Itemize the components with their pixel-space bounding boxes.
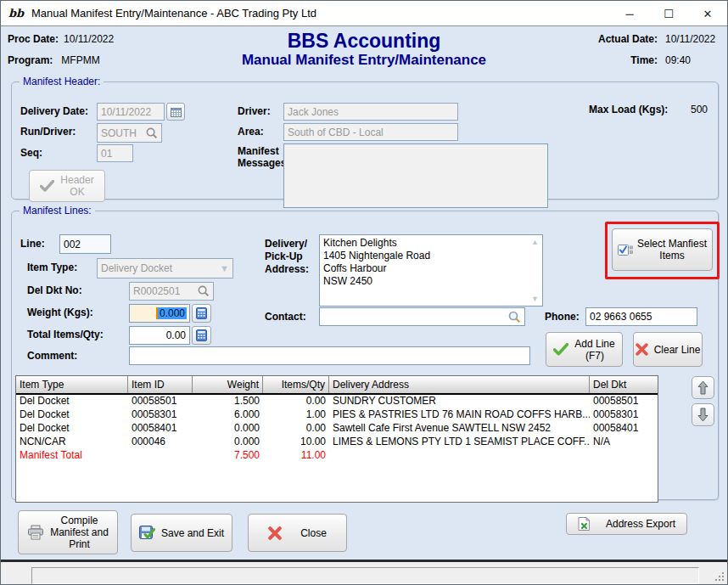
select-manifest-items-label: Select Manfiest Items [637,238,707,262]
header-ok-button[interactable]: Header OK [29,170,105,202]
table-cell: 0.000 [193,422,263,436]
minimize-button[interactable]: ─ [610,1,649,26]
item-type-value: Delivery Docket [101,262,172,274]
table-cell [329,449,590,463]
run-driver-input[interactable]: SOUTH [97,123,162,143]
weight-calculator-button[interactable] [192,304,211,323]
item-type-select[interactable]: Delivery Docket ▼ [97,258,233,278]
table-column-header[interactable]: Del Dkt [590,376,658,393]
add-line-button[interactable]: Add Line (F7) [546,332,623,367]
chevron-down-icon: ▼ [220,263,229,273]
comment-input[interactable] [129,346,530,365]
table-cell: 11.00 [263,449,329,463]
table-row[interactable]: Manifest Total7.50011.00 [16,449,658,463]
status-bar [1,560,727,584]
address-export-label: Address Export [606,518,675,530]
clear-line-button[interactable]: Clear Line [633,332,703,367]
time-label: Time: [586,54,658,66]
compile-manifest-print-button[interactable]: Compile Manifest and Print [18,510,118,554]
contact-label: Contact: [265,311,306,323]
del-dkt-no-input[interactable]: R0002501 [129,282,214,301]
compile-manifest-print-label: Compile Manifest and Print [50,515,109,550]
seq-label: Seq: [20,147,42,159]
move-row-up-button[interactable] [692,376,714,399]
driver-input[interactable] [283,103,458,121]
run-driver-value: SOUTH [101,127,137,139]
arrow-down-icon [697,408,708,422]
delivery-date-input[interactable] [97,103,165,121]
actual-date-value: 10/11/2022 [665,33,715,45]
table-cell: 00058401 [128,422,193,436]
status-field [31,567,699,584]
del-dkt-no-value: R0002501 [133,285,180,297]
area-label: Area: [238,126,264,138]
address-export-button[interactable]: Address Export [566,513,687,535]
manifest-lines-legend: Manifest Lines: [20,205,95,217]
actual-date-label: Actual Date: [586,33,658,45]
add-line-label: Add Line (F7) [574,338,614,362]
resize-grip[interactable] [715,572,724,581]
table-cell: Del Docket [16,395,128,408]
area-input[interactable] [283,123,458,141]
save-icon [139,526,155,541]
table-cell: 00058301 [128,408,193,422]
table-cell: 1.00 [263,408,329,422]
table-cell [590,449,658,463]
export-file-icon [578,517,591,531]
table-column-header[interactable]: Item Type [16,376,128,393]
calculator-icon [196,307,207,319]
max-load-value: 500 [674,104,708,115]
table-row[interactable]: NCN/CAR0000460.00010.00LIMES & LEMONS PT… [16,436,658,449]
table-cell: 000046 [128,436,193,449]
table-column-header[interactable]: Weight [193,376,263,393]
table-column-header[interactable]: Delivery Address [329,376,590,393]
table-cell: LIMES & LEMONS PTY LTD 1 SEAMIST PLACE C… [329,436,590,449]
app-logo-icon: bb [8,5,25,22]
window-title: Manual Manifest Entry/Maintenance - ABC … [31,7,316,20]
table-cell: 7.500 [193,449,263,463]
table-row[interactable]: Del Docket000584010.0000.00Sawtell Cafe … [16,422,658,436]
table-row[interactable]: Del Docket000585011.5000.00SUNDRY CUSTOM… [16,395,658,408]
table-cell: Del Docket [16,422,128,436]
table-column-header[interactable]: Item ID [128,376,193,393]
table-cell: N/A [590,436,658,449]
phone-input[interactable] [585,307,697,326]
manifest-messages-label: Manifest Messages: [238,145,289,169]
close-button[interactable]: Close [248,514,347,552]
weight-input[interactable]: 0.000 [129,304,190,323]
driver-label: Driver: [238,105,271,117]
delivery-address-textarea[interactable]: Kitchen Delights 1405 Nightengale Road C… [319,234,543,307]
table-cell: 00058501 [128,395,193,408]
table-cell: 00058301 [590,408,658,422]
table-cell: Sawtell Cafe First Avenue SAWTELL NSW 24… [329,422,590,436]
total-items-input[interactable] [129,326,190,345]
checklist-icon [618,244,633,256]
arrow-up-icon [697,380,708,395]
calendar-button[interactable] [166,103,185,121]
line-input[interactable] [59,234,111,254]
green-check-icon [553,343,568,356]
app-window: bb Manual Manifest Entry/Maintenance - A… [0,0,728,585]
printer-icon [27,525,44,540]
select-manifest-items-button[interactable]: Select Manfiest Items [612,228,713,271]
move-row-down-button[interactable] [692,403,714,426]
calendar-icon [171,107,182,117]
delivery-address-label: Delivery/ Pick-Up Address: [265,238,309,276]
phone-label: Phone: [545,311,580,323]
save-and-exit-button[interactable]: Save and Exit [131,514,232,552]
time-value: 09:40 [665,54,691,66]
manifest-table: Item TypeItem IDWeightItems/QtyDelivery … [15,375,658,503]
table-cell: 1.500 [193,395,263,408]
seq-input[interactable] [97,144,133,162]
close-window-button[interactable]: ✕ [688,1,727,26]
table-cell: Del Docket [16,408,128,422]
table-cell: 00058401 [590,422,658,436]
title-bar: bb Manual Manifest Entry/Maintenance - A… [1,1,727,26]
run-driver-label: Run/Driver: [20,126,76,138]
total-items-calculator-button[interactable] [192,326,211,345]
manifest-messages-textarea[interactable] [283,143,548,208]
table-column-header[interactable]: Items/Qty [263,376,329,393]
table-row[interactable]: Del Docket000583016.0001.00PIES & PASTRI… [16,408,658,422]
maximize-button[interactable]: ☐ [649,1,688,26]
contact-input[interactable] [319,307,525,326]
